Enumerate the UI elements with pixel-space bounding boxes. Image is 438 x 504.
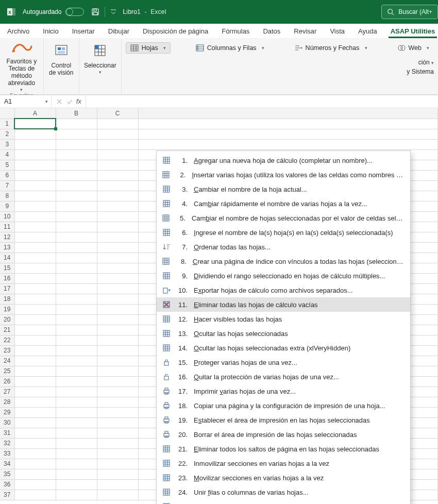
cell[interactable] (97, 459, 138, 469)
cell[interactable] (14, 170, 56, 180)
cell[interactable] (97, 448, 138, 459)
cell[interactable] (14, 356, 56, 366)
col-header-rest[interactable] (138, 108, 438, 119)
menu-item[interactable]: 23.Movilizar secciones en varias hojas a… (157, 471, 410, 485)
menu-item[interactable]: 18.Copiar una página y la configuración … (157, 398, 410, 413)
cell[interactable] (56, 170, 97, 180)
tab-insertar[interactable]: Insertar (70, 25, 97, 38)
cell[interactable] (56, 283, 97, 294)
row-header[interactable]: 31 (0, 428, 14, 438)
row-header[interactable]: 21 (0, 325, 14, 335)
menu-item[interactable]: 12.Hacer visibles todas las hojas (157, 312, 410, 326)
cell[interactable] (97, 119, 138, 129)
row-header[interactable]: 16 (0, 273, 14, 283)
cell[interactable] (97, 407, 138, 417)
menu-item[interactable]: 7.Ordenar todas las hojas... (157, 240, 410, 254)
cell[interactable] (138, 119, 438, 129)
menu-item[interactable]: 22.Inmovilizar secciones en varias hojas… (157, 456, 410, 471)
menu-item[interactable]: 11.Eliminar todas las hojas de cálculo v… (157, 297, 410, 312)
btn-web[interactable]: Web ▾ (393, 42, 434, 54)
btn-hojas[interactable]: Hojas ▾ (126, 42, 171, 54)
cell[interactable] (14, 294, 56, 304)
menu-item[interactable]: 1.Agregar una nueva hoja de cálculo (com… (157, 153, 410, 167)
cell[interactable] (14, 417, 56, 428)
cell[interactable] (14, 469, 56, 479)
menu-item[interactable]: 14.Ocultar las hojas seleccionadas extra… (157, 341, 410, 355)
cell[interactable] (97, 356, 138, 366)
cell[interactable] (56, 273, 97, 283)
autosave-toggle[interactable]: Autoguardado (23, 8, 84, 16)
cell[interactable] (97, 263, 138, 273)
row-header[interactable]: 36 (0, 479, 14, 490)
cell[interactable] (14, 479, 56, 490)
row-header[interactable]: 27 (0, 387, 14, 397)
cell[interactable] (56, 149, 97, 160)
cell[interactable] (56, 428, 97, 438)
tab-disposicion[interactable]: Disposición de página (141, 25, 210, 38)
menu-item[interactable]: 24.Unir filas o columnas de varias hojas… (157, 485, 410, 499)
cell[interactable] (14, 428, 56, 438)
cell[interactable] (97, 304, 138, 314)
cell[interactable] (56, 325, 97, 335)
cell[interactable] (14, 490, 56, 500)
menu-item[interactable]: 19.Establecer el área de impresión en la… (157, 413, 410, 427)
tab-vista[interactable]: Vista (328, 25, 347, 38)
cell[interactable] (97, 345, 138, 356)
row-header[interactable]: 18 (0, 294, 14, 304)
cell[interactable] (97, 211, 138, 222)
cell[interactable] (14, 211, 56, 222)
row-header[interactable]: 25 (0, 366, 14, 376)
cell[interactable] (14, 232, 56, 242)
row-header[interactable]: 8 (0, 191, 14, 201)
name-box[interactable]: A1 ▾ (0, 95, 52, 108)
cell[interactable] (14, 129, 56, 139)
cell[interactable] (56, 448, 97, 459)
cell[interactable] (97, 283, 138, 294)
row-header[interactable]: 2 (0, 129, 14, 139)
menu-item[interactable]: 21.Eliminar todos los saltos de página e… (157, 442, 410, 456)
cell[interactable] (56, 438, 97, 448)
tab-inicio[interactable]: Inicio (41, 25, 60, 38)
cell[interactable] (56, 129, 97, 139)
row-header[interactable]: 13 (0, 242, 14, 253)
cell[interactable] (97, 149, 138, 160)
enter-icon[interactable] (66, 98, 73, 105)
cell[interactable] (14, 345, 56, 356)
cell[interactable] (14, 139, 56, 149)
cell[interactable] (14, 201, 56, 211)
row-header[interactable]: 28 (0, 397, 14, 407)
cell[interactable] (97, 253, 138, 263)
cell[interactable] (56, 304, 97, 314)
cell[interactable] (14, 325, 56, 335)
cell[interactable] (97, 232, 138, 242)
cell[interactable] (56, 232, 97, 242)
cell[interactable] (97, 479, 138, 490)
cell[interactable] (56, 387, 97, 397)
cell[interactable] (56, 356, 97, 366)
cell[interactable] (97, 376, 138, 387)
menu-item[interactable]: 10.Exportar hojas de cálculo como archiv… (157, 283, 410, 297)
col-header-a[interactable]: A (14, 108, 56, 119)
cell[interactable] (56, 335, 97, 345)
cell[interactable] (14, 376, 56, 387)
cell[interactable] (97, 366, 138, 376)
row-header[interactable]: 34 (0, 459, 14, 469)
row-header[interactable]: 3 (0, 139, 14, 149)
cell[interactable] (56, 469, 97, 479)
cell[interactable] (56, 139, 97, 149)
row-header[interactable]: 35 (0, 469, 14, 479)
cell[interactable] (56, 345, 97, 356)
menu-item[interactable]: 15.Proteger varias hojas de una vez... (157, 355, 410, 369)
col-header-c[interactable]: C (97, 108, 138, 119)
row-header[interactable]: 24 (0, 356, 14, 366)
cell[interactable] (56, 160, 97, 170)
cell[interactable] (97, 294, 138, 304)
cell[interactable] (56, 119, 97, 129)
save-icon[interactable] (91, 8, 99, 16)
menu-item[interactable]: 2.Insertar varias hojas (utiliza los val… (157, 167, 410, 182)
cell[interactable] (56, 242, 97, 253)
cell[interactable] (14, 314, 56, 325)
cell[interactable] (14, 273, 56, 283)
tab-datos[interactable]: Datos (261, 25, 282, 38)
tab-dibujar[interactable]: Dibujar (106, 25, 131, 38)
